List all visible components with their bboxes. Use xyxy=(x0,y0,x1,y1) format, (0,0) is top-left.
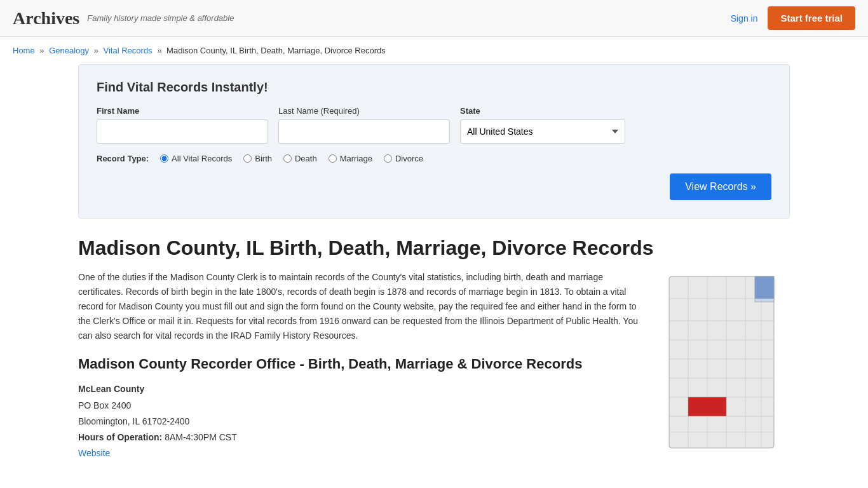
search-box: Find Vital Records Instantly! First Name… xyxy=(78,64,790,219)
record-type-birth[interactable]: Birth xyxy=(243,154,272,163)
breadcrumb-genealogy[interactable]: Genealogy xyxy=(49,46,89,55)
site-header: Archives Family history made simple & af… xyxy=(0,0,868,37)
breadcrumb-home[interactable]: Home xyxy=(13,46,35,55)
radio-divorce[interactable] xyxy=(384,154,392,163)
radio-all-vital[interactable] xyxy=(160,154,168,163)
first-name-group: First Name xyxy=(97,106,268,144)
radio-death[interactable] xyxy=(283,154,292,163)
section2-heading: Madison County Recorder Office - Birth, … xyxy=(78,356,648,372)
office-hours: Hours of Operation: 8AM-4:30PM CST xyxy=(78,430,648,445)
content-text: One of the duties if the Madison County … xyxy=(78,270,648,461)
search-title: Find Vital Records Instantly! xyxy=(97,80,771,95)
illinois-map xyxy=(663,270,780,454)
record-type-marriage[interactable]: Marriage xyxy=(329,154,372,163)
breadcrumb-vital-records[interactable]: Vital Records xyxy=(104,46,153,55)
svg-rect-15 xyxy=(688,397,726,416)
sign-in-link[interactable]: Sign in xyxy=(731,13,758,24)
office-city-state: Bloomington, IL 61702-2400 xyxy=(78,414,648,430)
record-type-label: Record Type: xyxy=(97,154,149,163)
content-with-map: One of the duties if the Madison County … xyxy=(78,270,790,461)
last-name-group: Last Name (Required) xyxy=(278,106,450,144)
btn-row: View Records » xyxy=(97,173,771,200)
main-content: Find Vital Records Instantly! First Name… xyxy=(65,64,803,480)
office-po-box: PO Box 2400 xyxy=(78,398,648,414)
breadcrumb-current: Madison County, IL Birth, Death, Marriag… xyxy=(166,46,386,55)
office-name: McLean County xyxy=(78,381,648,397)
state-label: State xyxy=(460,106,625,116)
record-type-death[interactable]: Death xyxy=(283,154,317,163)
breadcrumb-sep-3: » xyxy=(157,46,161,55)
radio-marriage[interactable] xyxy=(329,154,337,163)
breadcrumb-sep-2: » xyxy=(94,46,98,55)
website-link[interactable]: Website xyxy=(78,448,110,458)
header-right: Sign in Start free trial xyxy=(731,6,855,30)
hours-value: 8AM-4:30PM CST xyxy=(165,432,237,442)
site-logo: Archives xyxy=(13,8,79,29)
start-trial-button[interactable]: Start free trial xyxy=(768,6,855,30)
last-name-input[interactable] xyxy=(278,119,450,144)
page-description: One of the duties if the Madison County … xyxy=(78,270,648,343)
header-left: Archives Family history made simple & af… xyxy=(13,8,234,29)
search-fields: First Name Last Name (Required) State Al… xyxy=(97,106,771,144)
record-type-all[interactable]: All Vital Records xyxy=(160,154,232,163)
radio-birth[interactable] xyxy=(243,154,252,163)
view-records-button[interactable]: View Records » xyxy=(670,173,771,200)
svg-rect-16 xyxy=(755,276,774,299)
first-name-label: First Name xyxy=(97,106,268,116)
site-tagline: Family history made simple & affordable xyxy=(87,13,234,23)
state-select[interactable]: All United States Alabama Alaska Arizona… xyxy=(460,119,625,144)
hours-label: Hours of Operation: xyxy=(78,432,162,442)
state-group: State All United States Alabama Alaska A… xyxy=(460,106,625,144)
last-name-label: Last Name (Required) xyxy=(278,106,450,116)
website-link-container: Website xyxy=(78,445,648,461)
breadcrumb-sep-1: » xyxy=(39,46,44,55)
page-title: Madison County, IL Birth, Death, Marriag… xyxy=(78,236,790,260)
record-type-divorce[interactable]: Divorce xyxy=(384,154,423,163)
record-type-row: Record Type: All Vital Records Birth Dea… xyxy=(97,154,771,163)
office-info: McLean County PO Box 2400 Bloomington, I… xyxy=(78,381,648,461)
map-container xyxy=(663,270,790,461)
first-name-input[interactable] xyxy=(97,119,268,144)
breadcrumb: Home » Genealogy » Vital Records » Madis… xyxy=(0,37,868,64)
